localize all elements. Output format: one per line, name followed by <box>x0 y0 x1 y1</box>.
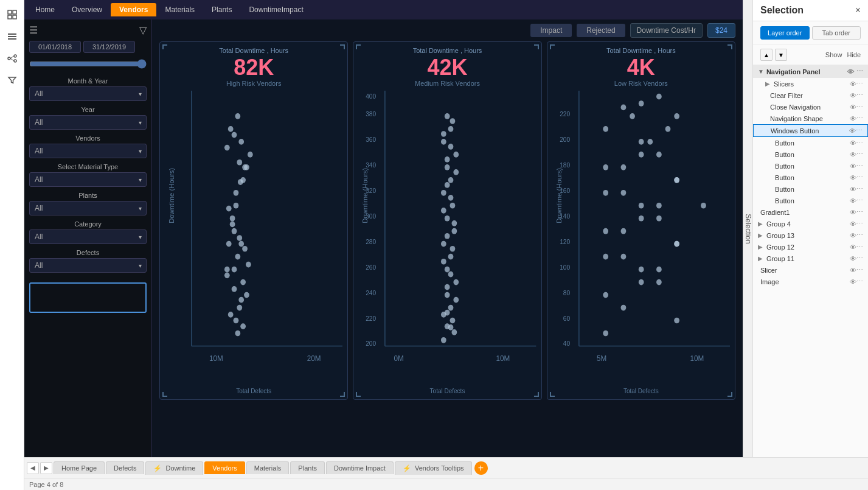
windows-btn-eye-icon[interactable]: 👁 <box>849 127 856 135</box>
tab-plants[interactable]: Plants <box>203 3 240 16</box>
btn5-eye-icon[interactable]: 👁 <box>850 186 856 193</box>
btn4-eye-icon[interactable]: 👁 <box>850 174 856 181</box>
btn1-eye-icon[interactable]: 👁 <box>850 139 856 147</box>
nav-panel-header[interactable]: ▼ Navigation Panel 👁 ⋯ <box>753 65 868 78</box>
move-up-button[interactable]: ▲ <box>760 49 773 61</box>
layer-button-5[interactable]: Button 👁 ⋯ <box>753 183 868 195</box>
filter-category-select[interactable]: All <box>29 229 147 244</box>
page-tab-materials[interactable]: Materials <box>246 461 290 474</box>
rejected-button[interactable]: Rejected <box>577 24 625 37</box>
page-tab-vendors-tooltips[interactable]: ⚡ Vendors Tooltips <box>395 461 472 475</box>
hide-label[interactable]: Hide <box>847 51 861 58</box>
filter-plants-select[interactable]: All <box>29 201 147 215</box>
tab-home[interactable]: Home <box>27 3 63 16</box>
filter-view-icon[interactable] <box>2 71 22 90</box>
page-tab-downtime[interactable]: ⚡ Downtime <box>145 461 203 475</box>
btn2-more-icon[interactable]: ⋯ <box>856 150 863 158</box>
layer-image[interactable]: Image 👁 ⋯ <box>753 276 868 287</box>
group13-more-icon[interactable]: ⋯ <box>856 231 863 239</box>
page-tab-home[interactable]: Home Page <box>54 461 105 474</box>
layer-clear-filter[interactable]: Clear Filter 👁 ⋯ <box>753 89 868 101</box>
btn6-more-icon[interactable]: ⋯ <box>856 197 863 205</box>
filter-defects-select[interactable]: All <box>29 258 147 273</box>
layer-close-navigation[interactable]: Close Navigation 👁 ⋯ <box>753 101 868 113</box>
btn1-more-icon[interactable]: ⋯ <box>856 139 863 147</box>
layer-button-1[interactable]: Button 👁 ⋯ <box>753 137 868 149</box>
nav-panel-eye-icon[interactable]: 👁 <box>847 68 854 75</box>
tab-downtime-impact[interactable]: DowntimeImpact <box>240 3 311 16</box>
layer-slicers[interactable]: ▶ Slicers 👁 ⋯ <box>753 78 868 89</box>
data-view-icon[interactable] <box>2 27 22 46</box>
add-page-button[interactable]: + <box>474 461 488 475</box>
layer-button-3[interactable]: Button 👁 ⋯ <box>753 160 868 172</box>
impact-button[interactable]: Impact <box>530 24 572 37</box>
btn4-more-icon[interactable]: ⋯ <box>856 173 863 181</box>
layer-slicer[interactable]: Slicer 👁 ⋯ <box>753 264 868 276</box>
filter-icon[interactable]: ▽ <box>139 24 147 36</box>
next-page-btn[interactable]: ▶ <box>40 462 52 474</box>
btn5-more-icon[interactable]: ⋯ <box>856 185 863 193</box>
gradient1-eye-icon[interactable]: 👁 <box>850 209 856 216</box>
page-tab-downtime-impact[interactable]: Downtime Impact <box>326 461 394 474</box>
filter-month-year-select[interactable]: All <box>29 86 147 101</box>
tab-materials[interactable]: Materials <box>156 3 203 16</box>
page-tab-vendors[interactable]: Vendors <box>204 461 245 474</box>
group12-eye-icon[interactable]: 👁 <box>850 243 856 251</box>
image-more-icon[interactable]: ⋯ <box>856 278 863 285</box>
slicers-eye-icon[interactable]: 👁 <box>850 80 856 88</box>
layer-gradient1[interactable]: Gradient1 👁 ⋯ <box>753 206 868 218</box>
btn3-eye-icon[interactable]: 👁 <box>850 163 856 170</box>
layer-button-4[interactable]: Button 👁 ⋯ <box>753 172 868 183</box>
tab-order-tab-btn[interactable]: Tab order <box>812 26 861 40</box>
close-selection-panel-icon[interactable]: × <box>855 5 861 16</box>
slicers-more-icon[interactable]: ⋯ <box>856 80 863 88</box>
clear-filter-eye-icon[interactable]: 👁 <box>850 92 856 99</box>
layer-group4[interactable]: ▶ Group 4 👁 ⋯ <box>753 218 868 229</box>
layer-order-tab-btn[interactable]: Layer order <box>760 26 810 40</box>
model-view-icon[interactable] <box>2 49 22 68</box>
prev-page-btn[interactable]: ◀ <box>27 462 39 474</box>
close-nav-more-icon[interactable]: ⋯ <box>856 103 863 111</box>
date-to-input[interactable] <box>83 41 135 53</box>
group4-eye-icon[interactable]: 👁 <box>850 220 856 228</box>
clear-filter-more-icon[interactable]: ⋯ <box>856 91 863 99</box>
filter-vendors-select[interactable]: All <box>29 144 147 158</box>
layer-navigation-shape[interactable]: Navigation Shape 👁 ⋯ <box>753 113 868 124</box>
nav-shape-more-icon[interactable]: ⋯ <box>856 114 863 122</box>
close-nav-eye-icon[interactable]: 👁 <box>850 103 856 111</box>
group4-more-icon[interactable]: ⋯ <box>856 220 863 228</box>
btn6-eye-icon[interactable]: 👁 <box>850 197 856 205</box>
layer-group11[interactable]: ▶ Group 11 👁 ⋯ <box>753 253 868 264</box>
tab-vendors[interactable]: Vendors <box>111 3 156 16</box>
nav-shape-eye-icon[interactable]: 👁 <box>850 115 856 122</box>
layer-group13[interactable]: ▶ Group 13 👁 ⋯ <box>753 229 868 241</box>
group13-eye-icon[interactable]: 👁 <box>850 232 856 239</box>
layer-group12[interactable]: ▶ Group 12 👁 ⋯ <box>753 241 868 253</box>
group11-eye-icon[interactable]: 👁 <box>850 255 856 262</box>
slicer-eye-icon[interactable]: 👁 <box>850 267 856 274</box>
layer-button-2[interactable]: Button 👁 ⋯ <box>753 149 868 160</box>
date-slider[interactable] <box>29 59 147 71</box>
report-view-icon[interactable] <box>2 5 22 24</box>
nav-panel-more-icon[interactable]: ⋯ <box>856 68 863 75</box>
btn2-eye-icon[interactable]: 👁 <box>850 151 856 158</box>
group11-more-icon[interactable]: ⋯ <box>856 254 863 262</box>
layer-windows-button[interactable]: Windows Button 👁 ⋯ <box>753 124 868 137</box>
date-from-input[interactable] <box>29 41 81 53</box>
filter-year-select[interactable]: All <box>29 115 147 130</box>
page-tab-plants[interactable]: Plants <box>290 461 325 474</box>
image-eye-icon[interactable]: 👁 <box>850 278 856 285</box>
btn3-more-icon[interactable]: ⋯ <box>856 162 863 170</box>
slicer-more-icon[interactable]: ⋯ <box>856 266 863 274</box>
tab-overview[interactable]: Overview <box>63 3 111 16</box>
filter-material-type-select[interactable]: All <box>29 172 147 187</box>
filters-tab[interactable]: Selection <box>744 214 752 243</box>
windows-btn-more-icon[interactable]: ⋯ <box>856 127 863 135</box>
hamburger-icon[interactable]: ☰ <box>29 24 38 36</box>
gradient1-more-icon[interactable]: ⋯ <box>856 208 863 216</box>
page-tab-defects[interactable]: Defects <box>106 461 144 474</box>
group12-more-icon[interactable]: ⋯ <box>856 243 863 251</box>
show-label[interactable]: Show <box>825 51 842 58</box>
layer-button-6[interactable]: Button 👁 ⋯ <box>753 195 868 206</box>
move-down-button[interactable]: ▼ <box>775 49 787 61</box>
